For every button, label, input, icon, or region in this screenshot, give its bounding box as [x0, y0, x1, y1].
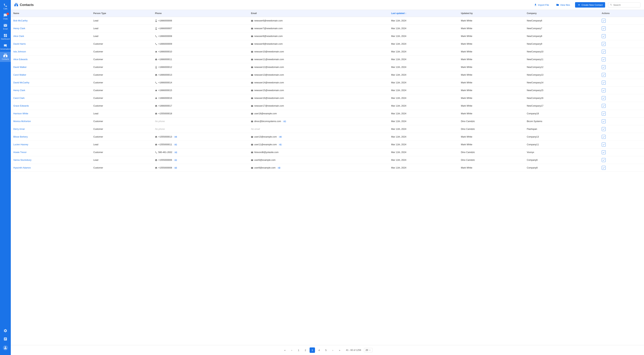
- action-checkbox[interactable]: [602, 96, 606, 100]
- action-checkbox[interactable]: [602, 42, 606, 46]
- cell-name[interactable]: Isla Johnson: [11, 48, 91, 56]
- sidebar-item-calls[interactable]: Calls: [0, 2, 11, 12]
- cell-name[interactable]: Lucien Hasney: [11, 141, 91, 148]
- email-icon: [4, 24, 8, 27]
- col-updated-by[interactable]: Updated by: [458, 10, 524, 17]
- cell-last-updated: Mar 11th, 2024: [388, 56, 458, 63]
- action-checkbox[interactable]: [602, 19, 606, 23]
- action-checkbox[interactable]: [602, 150, 606, 154]
- cell-name[interactable]: David McCarthy: [11, 79, 91, 86]
- pagination-page-3[interactable]: 3: [310, 348, 315, 353]
- table-row: Bob McCarthyLead+1666000006newuser6@newd…: [11, 17, 644, 25]
- cell-name[interactable]: Alice Edwards: [11, 56, 91, 63]
- action-checkbox[interactable]: [602, 158, 606, 162]
- col-person-type[interactable]: Person Type: [91, 10, 152, 17]
- action-checkbox[interactable]: [602, 112, 606, 116]
- cell-name[interactable]: Hyacinth Adamov: [11, 164, 91, 172]
- cell-name[interactable]: Derry Arnal: [11, 125, 91, 133]
- sidebar-bottom: [2, 327, 9, 354]
- cell-name[interactable]: David Walker: [11, 63, 91, 71]
- table-row: Howie TrevorCustomer580-461-2632+1htrevo…: [11, 148, 644, 156]
- pagination-page-5[interactable]: 5: [323, 348, 329, 353]
- import-icon: [534, 4, 537, 6]
- cell-name[interactable]: Grace Edwards: [11, 102, 91, 110]
- contacts-table-container: Name Person Type Phone Email Last update…: [11, 10, 644, 345]
- cell-company: NewCompany10: [524, 48, 599, 56]
- pagination-last[interactable]: »: [337, 348, 342, 353]
- table-row: Harrison WhiteLead+1555000018user18@exam…: [11, 110, 644, 118]
- view-files-button[interactable]: View files: [554, 2, 572, 8]
- cell-name[interactable]: Henry Clark: [11, 86, 91, 94]
- cell-name[interactable]: Alice Clark: [11, 32, 91, 40]
- cell-updated-by: Dino Camdzic: [458, 148, 524, 156]
- cell-name[interactable]: Howie Trevor: [11, 148, 91, 156]
- cell-name[interactable]: David Harris: [11, 40, 91, 48]
- action-checkbox[interactable]: [602, 81, 606, 84]
- cell-name[interactable]: Blisse Berkery: [11, 133, 91, 141]
- sidebar-item-settings[interactable]: [2, 327, 9, 334]
- sidebar-item-contacts[interactable]: Contacts: [0, 52, 11, 62]
- cell-name[interactable]: Henry Clark: [11, 25, 91, 32]
- action-checkbox[interactable]: [602, 119, 606, 123]
- cell-updated-by: Mark White: [458, 71, 524, 79]
- col-last-updated[interactable]: Last updated ↕: [388, 10, 458, 17]
- table-row: Alice EdwardsCustomer+1666000011newuser1…: [11, 56, 644, 63]
- pagination-prev[interactable]: ‹: [289, 348, 294, 353]
- sidebar-item-conversations[interactable]: Conversations: [0, 42, 11, 52]
- action-checkbox[interactable]: [602, 142, 606, 146]
- col-actions: Actions: [599, 10, 644, 17]
- cell-name[interactable]: Harrison White: [11, 110, 91, 118]
- cell-email: newuser15@newdomain.com: [248, 86, 388, 94]
- action-checkbox[interactable]: [602, 50, 606, 54]
- col-phone[interactable]: Phone: [152, 10, 248, 17]
- cell-company: NewCompany13: [524, 71, 599, 79]
- col-company[interactable]: Company: [524, 10, 599, 17]
- per-page-selector[interactable]: 20: [364, 348, 372, 352]
- cell-last-updated: Mar 11th, 2024: [388, 148, 458, 156]
- table-row: David McCarthyCustomer+1666000014newuser…: [11, 79, 644, 86]
- create-new-contact-button[interactable]: Create New Contact: [575, 2, 605, 8]
- sidebar-item-reports[interactable]: [2, 335, 9, 343]
- pagination-page-4[interactable]: 4: [316, 348, 322, 353]
- action-checkbox[interactable]: [602, 34, 606, 38]
- sidebar-item-email[interactable]: Email: [0, 22, 11, 32]
- cell-name[interactable]: Carol Walker: [11, 71, 91, 79]
- cell-person-type: Customer: [91, 86, 152, 94]
- header-left: Contacts: [14, 3, 34, 7]
- pagination-next[interactable]: ›: [330, 348, 336, 353]
- sidebar-item-chats[interactable]: 1 Chats: [0, 12, 11, 22]
- action-checkbox[interactable]: [602, 127, 606, 131]
- cell-updated-by: Dino Camdzic: [458, 125, 524, 133]
- action-checkbox[interactable]: [602, 104, 606, 108]
- action-checkbox[interactable]: [602, 166, 606, 170]
- sidebar-item-avatar[interactable]: [2, 344, 9, 352]
- cell-actions: [599, 17, 644, 25]
- cell-actions: [599, 79, 644, 86]
- action-checkbox[interactable]: [602, 26, 606, 30]
- col-name[interactable]: Name: [11, 10, 91, 17]
- import-file-button[interactable]: Import File: [532, 2, 551, 8]
- col-email[interactable]: Email: [248, 10, 388, 17]
- cell-phone: +1666000006: [152, 17, 248, 25]
- action-checkbox[interactable]: [602, 58, 606, 62]
- search-box[interactable]: [608, 2, 640, 8]
- dashboard-icon: [4, 34, 8, 38]
- chats-badge: 1: [6, 12, 9, 15]
- pagination-page-2[interactable]: 2: [303, 348, 308, 353]
- cell-name[interactable]: Bob McCarthy: [11, 17, 91, 25]
- cell-email: newuser8@newdomain.com: [248, 32, 388, 40]
- cell-name[interactable]: Carol Clark: [11, 94, 91, 102]
- action-checkbox[interactable]: [602, 73, 606, 77]
- action-checkbox[interactable]: [602, 65, 606, 69]
- sidebar-item-dashboard[interactable]: Dashboard: [0, 32, 11, 42]
- search-input[interactable]: [613, 4, 638, 6]
- user-avatar-icon: [4, 346, 7, 350]
- pagination-page-1[interactable]: 1: [296, 348, 301, 353]
- phone-icon: [4, 3, 8, 7]
- action-checkbox[interactable]: [602, 135, 606, 139]
- action-checkbox[interactable]: [602, 88, 606, 92]
- cell-updated-by: Dino Camdzic: [458, 156, 524, 164]
- cell-name[interactable]: Monica McKerton: [11, 118, 91, 125]
- pagination-first[interactable]: «: [282, 348, 288, 353]
- cell-name[interactable]: Vanna Stucksbury: [11, 156, 91, 164]
